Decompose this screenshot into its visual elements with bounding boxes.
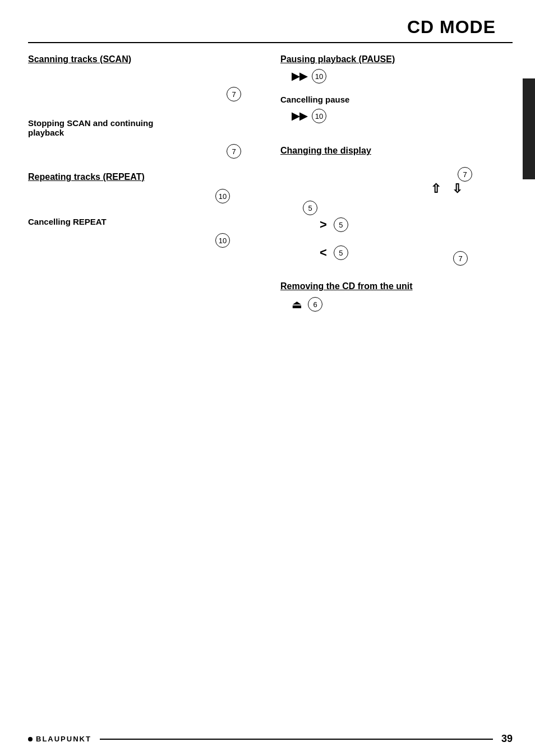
cancel-repeat-heading: Cancelling REPEAT [28,217,275,226]
footer-logo: BLAUPUNKT [28,735,91,743]
display-circle5-left: 5 [303,201,317,215]
content-area: Scanning tracks (SCAN) 7 Stopping SCAN a… [28,54,513,325]
removing-heading: Removing the CD from the unit [280,281,513,291]
footer-logo-text: BLAUPUNKT [36,735,91,743]
up-arrow-icon: ⇧ [431,182,441,196]
repeat-section: Repeating tracks (REPEAT) 10 [28,172,275,203]
updown-area: 7 ⇧ ⇩ [431,173,462,196]
eject-icon: ⏏ [292,298,302,311]
cancel-pause-icon-row: ▶▶ 10 [292,109,513,123]
display-section: Changing the display 7 ⇧ ⇩ 5 [280,146,513,268]
pause-icon-row: ▶▶ 10 [292,69,513,84]
cancel-pause-circle: 10 [312,109,326,123]
cancel-repeat-circle: 10 [215,233,230,248]
display-icons-area: 7 ⇧ ⇩ 5 > 5 < [280,167,513,268]
stopping-circle: 7 [227,144,241,159]
right-arrow-icon: > [320,217,327,232]
page-title: CD MODE [28,17,513,38]
scanning-section: Scanning tracks (SCAN) 7 [28,54,275,101]
display-circle5-right2: 5 [334,245,348,260]
display-circle7: 7 [458,167,472,182]
scanning-circle-row: 7 [28,87,241,101]
display-circle5-right1: 5 [334,217,348,232]
removing-section: Removing the CD from the unit ⏏ 6 [280,281,513,312]
left-arrow-icon: < [320,245,327,260]
pause-heading: Pausing playback (PAUSE) [280,54,513,64]
pause-play-icon: ▶▶ [292,70,307,82]
right-arrow-row: > 5 [320,217,348,232]
cancel-repeat-section: Cancelling REPEAT 10 [28,217,275,248]
footer: BLAUPUNKT 39 [0,733,535,745]
left-arrow-row: < 5 [320,245,348,260]
footer-page-number: 39 [501,733,513,745]
footer-dot [28,737,33,741]
repeat-heading: Repeating tracks (REPEAT) [28,172,275,182]
cancel-pause-heading: Cancelling pause [280,95,513,104]
display-circle7-bottom: 7 [453,251,468,266]
footer-line [100,739,493,740]
cancel-pause-play-icon: ▶▶ [292,110,307,122]
down-arrow-icon: ⇩ [452,182,462,196]
right-column: Pausing playback (PAUSE) ▶▶ 10 Cancellin… [275,54,513,325]
scanning-heading: Scanning tracks (SCAN) [28,54,275,64]
left-column: Scanning tracks (SCAN) 7 Stopping SCAN a… [28,54,275,325]
repeat-circle: 10 [215,189,230,203]
removing-circle: 6 [308,297,322,312]
page: CD MODE Scanning tracks (SCAN) 7 Stoppin… [0,0,535,756]
pause-circle: 10 [312,69,326,84]
stopping-section: Stopping SCAN and continuing playback 7 [28,118,275,159]
cancel-pause-section: Cancelling pause ▶▶ 10 [280,95,513,123]
side-tab [523,78,535,179]
pause-section: Pausing playback (PAUSE) ▶▶ 10 [280,54,513,84]
stopping-heading: Stopping SCAN and continuing playback [28,118,275,137]
display-heading: Changing the display [280,146,513,156]
header-line [28,42,513,43]
scanning-circle: 7 [227,87,241,101]
eject-row: ⏏ 6 [292,297,513,312]
